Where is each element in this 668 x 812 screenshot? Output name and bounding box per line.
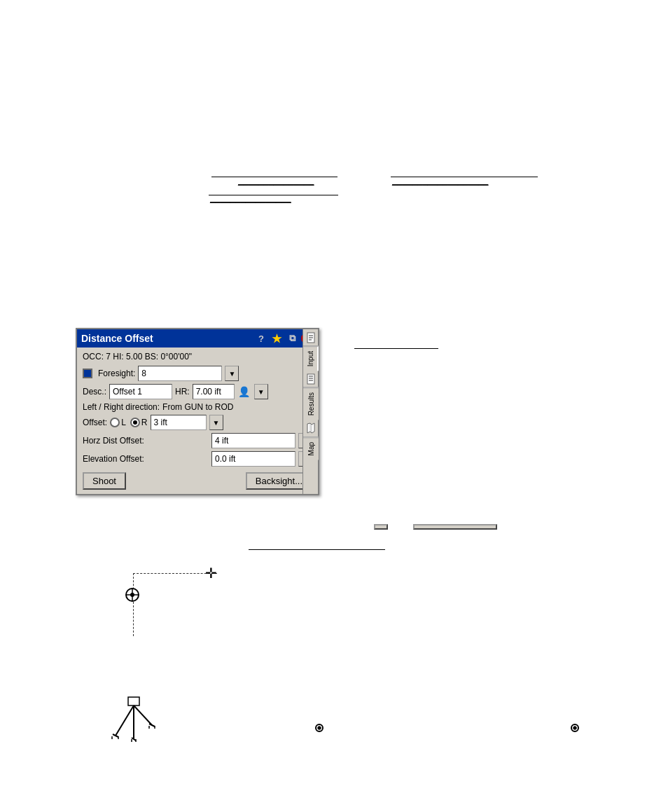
foresight-row: Foresight: ▼	[83, 366, 312, 381]
svg-line-16	[116, 706, 134, 736]
offset-label: Offset:	[83, 418, 107, 427]
horz-dist-input[interactable]	[211, 433, 295, 448]
tab-icon-map[interactable]	[303, 420, 319, 437]
svg-marker-8	[307, 423, 314, 433]
foresight-label: Foresight:	[98, 369, 135, 378]
elev-offset-input[interactable]	[211, 451, 295, 467]
tab-input[interactable]: Input	[303, 346, 319, 371]
radio-r-circle[interactable]	[130, 418, 140, 427]
tab-map[interactable]: Map	[303, 437, 319, 460]
dashed-line-v	[133, 573, 134, 636]
foresight-dropdown[interactable]: ▼	[225, 366, 239, 381]
crosshair-icon: ✛	[205, 565, 217, 582]
elev-offset-label: Elevation Offset:	[83, 454, 144, 464]
status-bar: OCC: 7 HI: 5.00 BS: 0°00'00"	[83, 352, 312, 362]
distance-offset-dialog: Distance Offset ? ★ ⧉ ✕ OCC: 7 HI: 5.00 …	[76, 328, 319, 495]
svg-line-18	[134, 706, 152, 725]
svg-point-14	[130, 593, 134, 597]
tripod-instrument	[109, 690, 172, 748]
direction-label: Left / Right direction:	[83, 402, 160, 412]
foresight-checkbox[interactable]	[83, 369, 92, 378]
offset-row: Offset: L R ▼	[83, 415, 312, 430]
underline-2	[391, 177, 538, 177]
hr-input[interactable]	[193, 384, 235, 399]
underline-1	[211, 177, 338, 177]
offset-radio-group: L R	[110, 418, 147, 427]
underline-3	[209, 195, 338, 195]
underline-4	[354, 348, 438, 349]
radio-l-option[interactable]: L	[110, 418, 126, 427]
horz-dist-row: Horz Dist Offset: ▼	[83, 433, 312, 448]
dialog-titlebar: Distance Offset ? ★ ⧉ ✕	[77, 329, 318, 347]
desc-input[interactable]	[109, 384, 172, 399]
offset-input[interactable]	[151, 415, 207, 430]
direction-row: Left / Right direction: From GUN to ROD	[83, 402, 312, 412]
hr-dropdown[interactable]: ▼	[254, 384, 268, 399]
dialog-content: OCC: 7 HI: 5.00 BS: 0°00'00" Foresight: …	[77, 347, 318, 494]
person-icon: 👤	[237, 385, 251, 399]
small-button-1[interactable]	[374, 524, 388, 530]
radio-r-option[interactable]: R	[130, 418, 148, 427]
diagram-radio-left[interactable]	[315, 724, 323, 732]
radio-l-label: L	[121, 418, 126, 427]
radio-r-label: R	[141, 418, 148, 427]
hr-label: HR:	[175, 387, 190, 397]
svg-rect-4	[307, 374, 314, 384]
svg-rect-15	[128, 697, 139, 706]
dialog-title: Distance Offset	[81, 333, 255, 344]
underline-5	[249, 549, 385, 550]
tab-results[interactable]: Results	[303, 387, 319, 420]
shoot-button[interactable]: Shoot	[83, 472, 126, 490]
help-icon[interactable]: ?	[255, 332, 267, 345]
tab-icon-input[interactable]	[303, 329, 319, 346]
survey-point-top	[125, 587, 140, 605]
foresight-input[interactable]	[138, 366, 222, 381]
dialog-buttons: Shoot Backsight...	[83, 472, 312, 490]
elev-offset-row: Elevation Offset: ▼	[83, 451, 312, 467]
side-tabs: Input Results Map	[302, 329, 318, 494]
offset-dropdown[interactable]: ▼	[209, 415, 223, 430]
star-icon[interactable]: ★	[270, 332, 283, 345]
desc-hr-row: Desc.: HR: 👤 ▼	[83, 384, 312, 399]
copy-icon[interactable]: ⧉	[286, 332, 298, 345]
tab-icon-results[interactable]	[303, 371, 319, 387]
small-button-2[interactable]	[413, 524, 497, 530]
desc-label: Desc.:	[83, 387, 106, 397]
direction-value: From GUN to ROD	[162, 402, 233, 412]
radio-l-circle[interactable]	[110, 418, 120, 427]
dashed-line-h	[133, 573, 217, 574]
diagram-radio-right[interactable]	[571, 724, 579, 732]
horz-dist-label: Horz Dist Offset:	[83, 436, 144, 446]
